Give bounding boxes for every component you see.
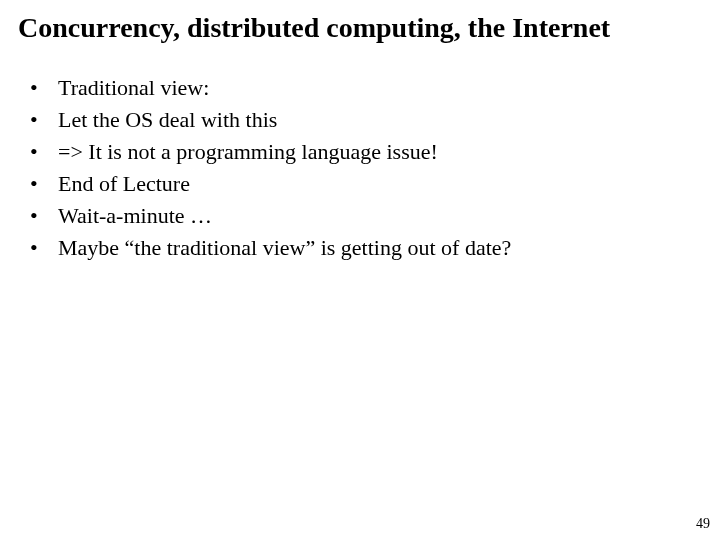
list-item: • Traditional view: [30, 72, 702, 104]
bullet-icon: • [30, 136, 58, 168]
bullet-text: Maybe “the traditional view” is getting … [58, 232, 511, 264]
list-item: • Maybe “the traditional view” is gettin… [30, 232, 702, 264]
bullet-icon: • [30, 168, 58, 200]
slide-title: Concurrency, distributed computing, the … [18, 12, 702, 44]
bullet-text: => It is not a programming language issu… [58, 136, 438, 168]
bullet-text: Wait-a-minute … [58, 200, 212, 232]
list-item: • => It is not a programming language is… [30, 136, 702, 168]
list-item: • Let the OS deal with this [30, 104, 702, 136]
bullet-icon: • [30, 200, 58, 232]
slide: Concurrency, distributed computing, the … [0, 0, 720, 540]
bullet-icon: • [30, 232, 58, 264]
list-item: • End of Lecture [30, 168, 702, 200]
bullet-text: Let the OS deal with this [58, 104, 277, 136]
list-item: • Wait-a-minute … [30, 200, 702, 232]
page-number: 49 [696, 516, 710, 532]
bullet-text: End of Lecture [58, 168, 190, 200]
bullet-list: • Traditional view: • Let the OS deal wi… [18, 72, 702, 263]
bullet-icon: • [30, 104, 58, 136]
bullet-icon: • [30, 72, 58, 104]
bullet-text: Traditional view: [58, 72, 209, 104]
